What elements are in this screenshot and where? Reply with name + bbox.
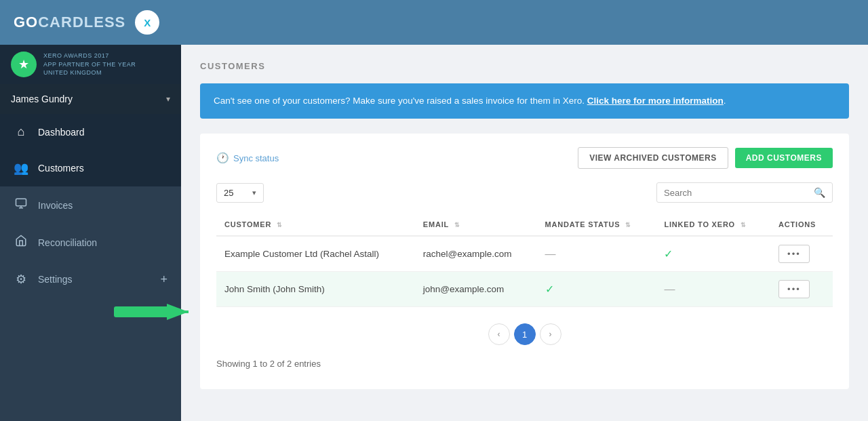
settings-icon: ⚙: [14, 272, 28, 287]
page-title: CUSTOMERS: [200, 61, 849, 71]
sidebar-label-customers: Customers: [38, 163, 167, 174]
sort-icon-email[interactable]: ⇅: [454, 222, 460, 228]
customer-name: John Smith (John Smith): [216, 272, 415, 307]
sync-icon: 🕐: [216, 152, 229, 164]
user-dropdown-arrow: ▾: [166, 94, 170, 104]
action-button[interactable]: •••: [778, 280, 810, 298]
reconciliation-icon: [14, 235, 28, 250]
info-banner-suffix: .: [724, 96, 726, 106]
sidebar-nav: ⌂ Dashboard 👥 Customers Invoices Reconci…: [0, 114, 181, 421]
sidebar-label-reconciliation: Reconciliation: [38, 237, 167, 248]
award-icon: ★: [11, 52, 37, 77]
main-layout: ★ XERO AWARDS 2017 APP PARTNER OF THE YE…: [0, 45, 868, 421]
table-toolbar: 🕐 Sync status VIEW ARCHIVED CUSTOMERS AD…: [216, 147, 833, 169]
xero-badge: X: [135, 10, 159, 35]
mandate-status: ✓: [537, 272, 656, 307]
pagination-page-1[interactable]: 1: [514, 323, 536, 345]
award-text: XERO AWARDS 2017 APP PARTNER OF THE YEAR…: [43, 52, 136, 77]
sidebar-user[interactable]: James Gundry ▾: [0, 84, 181, 114]
sync-status-button[interactable]: 🕐 Sync status: [216, 152, 279, 164]
per-page-value: 25: [224, 188, 233, 198]
table-container: 🕐 Sync status VIEW ARCHIVED CUSTOMERS AD…: [200, 134, 849, 389]
svg-rect-2: [114, 306, 175, 317]
customer-name: Example Customer Ltd (Rachel Astall): [216, 236, 415, 272]
per-page-arrow: ▾: [252, 188, 256, 197]
sidebar-label-dashboard: Dashboard: [38, 127, 167, 138]
arrow-annotation: [114, 298, 195, 327]
linked-dash-icon: —: [664, 283, 675, 295]
linked-xero: —: [656, 272, 770, 307]
sidebar-item-reconciliation[interactable]: Reconciliation: [0, 224, 181, 261]
action-button[interactable]: •••: [778, 245, 810, 263]
sidebar-user-name: James Gundry: [11, 94, 73, 104]
sidebar: ★ XERO AWARDS 2017 APP PARTNER OF THE YE…: [0, 45, 181, 421]
pagination-next[interactable]: ›: [540, 323, 561, 345]
sort-icon-linked[interactable]: ⇅: [741, 222, 747, 228]
info-banner-link[interactable]: Click here for more information: [587, 96, 724, 106]
mandate-dash-icon: —: [545, 248, 556, 260]
col-mandate-status: MANDATE STATUS ⇅: [537, 214, 656, 236]
customers-icon: 👥: [14, 161, 28, 176]
pagination: ‹ 1 ›: [216, 323, 833, 345]
content-area: CUSTOMERS Can't see one of your customer…: [181, 45, 868, 421]
actions-cell: •••: [770, 236, 833, 272]
linked-check-icon: ✓: [664, 248, 673, 260]
col-email: EMAIL ⇅: [415, 214, 537, 236]
actions-cell: •••: [770, 272, 833, 307]
info-banner-text: Can't see one of your customers? Make su…: [214, 96, 585, 106]
per-page-select[interactable]: 25 ▾: [216, 183, 264, 203]
info-banner: Can't see one of your customers? Make su…: [200, 83, 849, 119]
col-actions: ACTIONS: [770, 214, 833, 236]
svg-rect-0: [16, 199, 26, 206]
invoices-icon: [14, 197, 28, 213]
sidebar-item-invoices[interactable]: Invoices: [0, 186, 181, 224]
view-archived-button[interactable]: VIEW ARCHIVED CUSTOMERS: [578, 147, 728, 169]
table-row: John Smith (John Smith) john@example.com…: [216, 272, 833, 307]
mandate-check-icon: ✓: [545, 283, 554, 295]
sort-icon-customer[interactable]: ⇅: [277, 222, 283, 228]
sidebar-item-dashboard[interactable]: ⌂ Dashboard: [0, 114, 181, 150]
pagination-prev[interactable]: ‹: [488, 323, 510, 345]
add-customers-button[interactable]: ADD CUSTOMERS: [735, 148, 833, 168]
search-box: 🔍: [656, 182, 833, 203]
logo: GOCARDLESS: [14, 14, 125, 31]
customer-email: rachel@example.com: [415, 236, 537, 272]
search-input[interactable]: [664, 188, 814, 198]
sidebar-label-settings: Settings: [38, 274, 151, 285]
col-customer: CUSTOMER ⇅: [216, 214, 415, 236]
sync-status-label: Sync status: [233, 153, 279, 163]
sidebar-award: ★ XERO AWARDS 2017 APP PARTNER OF THE YE…: [0, 45, 181, 84]
settings-plus-icon[interactable]: +: [160, 273, 167, 287]
col-linked-xero: LINKED TO XERO ⇅: [656, 214, 770, 236]
sidebar-item-customers[interactable]: 👥 Customers: [0, 150, 181, 186]
table-row: Example Customer Ltd (Rachel Astall) rac…: [216, 236, 833, 272]
sidebar-label-invoices: Invoices: [38, 200, 167, 211]
customer-email: john@example.com: [415, 272, 537, 307]
search-icon: 🔍: [814, 187, 825, 198]
logo-go: GO: [14, 14, 38, 31]
top-nav: GOCARDLESS X: [0, 0, 868, 45]
home-icon: ⌂: [14, 125, 28, 139]
mandate-status: —: [537, 236, 656, 272]
table-controls: 25 ▾ 🔍: [216, 182, 833, 203]
customers-table: CUSTOMER ⇅ EMAIL ⇅ MANDATE STATUS ⇅ LI: [216, 214, 833, 307]
linked-xero: ✓: [656, 236, 770, 272]
sidebar-item-settings[interactable]: ⚙ Settings +: [0, 261, 181, 298]
sort-icon-mandate[interactable]: ⇅: [625, 222, 631, 228]
showing-text: Showing 1 to 2 of 2 entries: [216, 359, 833, 369]
logo-cardless: CARDLESS: [38, 14, 125, 31]
